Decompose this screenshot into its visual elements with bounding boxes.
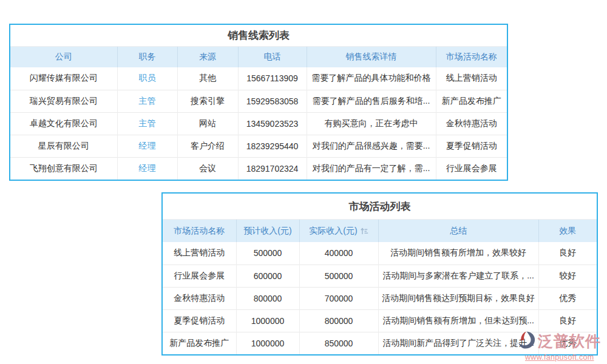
cell-summary: 活动期间销售额达到预期目标，效果良好 xyxy=(378,287,538,309)
cell-position-link[interactable]: 经理 xyxy=(117,157,177,180)
table-row: 夏季促销活动 1000000 800000 活动期间销售额有所增加，但未达到预.… xyxy=(163,309,597,332)
sales-leads-title: 销售线索列表 xyxy=(10,25,507,47)
table-row: 卓越文化有限公司 主管 网站 13459023523 有购买意向，正在考虑中 金… xyxy=(10,112,507,135)
cell-actual-income: 800000 xyxy=(299,309,378,332)
cell-expected-income: 600000 xyxy=(236,265,299,287)
table-row: 飞翔创意有限公司 经理 会议 18291702324 对我们的产品有一定了解，需… xyxy=(10,157,507,180)
cell-campaign-name: 线上营销活动 xyxy=(163,242,236,265)
cell-phone: 15929583058 xyxy=(238,90,307,112)
column-header-company: 公司 xyxy=(10,47,117,67)
cell-effect: 较好 xyxy=(538,265,597,287)
header-row: 公司 职务 来源 电话 销售线索详情 市场活动名称 xyxy=(10,47,507,67)
campaigns-table: 市场活动名称 预计收入(元) 实际收入(元) 总结 效果 线上营销活动 5000… xyxy=(163,220,597,354)
cell-effect: 优秀 xyxy=(538,287,597,309)
cell-company: 飞翔创意有限公司 xyxy=(10,157,117,180)
cell-detail: 对我们的产品有一定了解，需... xyxy=(307,157,436,180)
column-header-campaign: 市场活动名称 xyxy=(436,47,507,67)
cell-campaign-name: 金秋特惠活动 xyxy=(163,287,236,309)
sales-leads-table: 公司 职务 来源 电话 销售线索详情 市场活动名称 闪耀传媒有限公司 职员 其他… xyxy=(10,47,507,180)
cell-position-link[interactable]: 主管 xyxy=(117,90,177,112)
table-row: 闪耀传媒有限公司 职员 其他 15667113909 需要了解产品的具体功能和价… xyxy=(10,67,507,90)
sort-ascending-icon xyxy=(361,227,368,237)
cell-summary: 活动期间销售额有所增加，效果较好 xyxy=(378,242,538,265)
cell-campaign-name: 新产品发布推广 xyxy=(163,332,236,354)
cell-position-link[interactable]: 职员 xyxy=(117,67,177,90)
table-row: 新产品发布推广 1000000 850000 活动期间新产品得到了广泛关注，提升… xyxy=(163,332,597,354)
cell-position-link[interactable]: 经理 xyxy=(117,135,177,157)
cell-company: 星辰有限公司 xyxy=(10,135,117,157)
cell-source: 搜索引擎 xyxy=(177,90,238,112)
cell-phone: 13459023523 xyxy=(238,112,307,135)
cell-source: 会议 xyxy=(177,157,238,180)
column-header-detail: 销售线索详情 xyxy=(307,47,436,67)
header-row: 市场活动名称 预计收入(元) 实际收入(元) 总结 效果 xyxy=(163,220,597,242)
cell-source: 其他 xyxy=(177,67,238,90)
column-header-phone: 电话 xyxy=(238,47,307,67)
cell-campaign: 线上营销活动 xyxy=(436,67,507,90)
cell-expected-income: 1000000 xyxy=(236,332,299,354)
cell-actual-income: 850000 xyxy=(299,332,378,354)
column-header-campaign-name: 市场活动名称 xyxy=(163,220,236,242)
cell-phone: 18291702324 xyxy=(238,157,307,180)
cell-detail: 有购买意向，正在考虑中 xyxy=(307,112,436,135)
cell-position-link[interactable]: 主管 xyxy=(117,112,177,135)
cell-actual-income: 500000 xyxy=(299,265,378,287)
table-row: 行业展会参展 600000 500000 活动期间与多家潜在客户建立了联系，..… xyxy=(163,265,597,287)
cell-effect: 优秀 xyxy=(538,332,597,354)
cell-expected-income: 1000000 xyxy=(236,309,299,332)
cell-source: 网站 xyxy=(177,112,238,135)
cell-effect: 良好 xyxy=(538,309,597,332)
cell-campaign: 金秋特惠活动 xyxy=(436,112,507,135)
campaigns-title: 市场活动列表 xyxy=(163,194,597,220)
cell-company: 瑞兴贸易有限公司 xyxy=(10,90,117,112)
column-header-position: 职务 xyxy=(117,47,177,67)
cell-expected-income: 800000 xyxy=(236,287,299,309)
cell-summary: 活动期间与多家潜在客户建立了联系，... xyxy=(378,265,538,287)
cell-phone: 15667113909 xyxy=(238,67,307,90)
cell-actual-income: 400000 xyxy=(299,242,378,265)
column-header-expected-income: 预计收入(元) xyxy=(236,220,299,242)
column-header-actual-income[interactable]: 实际收入(元) xyxy=(299,220,378,242)
column-header-source: 来源 xyxy=(177,47,238,67)
cell-campaign: 行业展会参展 xyxy=(436,157,507,180)
table-row: 星辰有限公司 经理 客户介绍 18239295440 对我们的产品很感兴趣，需要… xyxy=(10,135,507,157)
table-row: 瑞兴贸易有限公司 主管 搜索引擎 15929583058 需要了解产品的售后服务… xyxy=(10,90,507,112)
cell-company: 闪耀传媒有限公司 xyxy=(10,67,117,90)
cell-company: 卓越文化有限公司 xyxy=(10,112,117,135)
cell-summary: 活动期间新产品得到了广泛关注，提升... xyxy=(378,332,538,354)
cell-detail: 需要了解产品的具体功能和价格 xyxy=(307,67,436,90)
campaigns-panel: 市场活动列表 市场活动名称 预计收入(元) 实际收入(元) 总结 效果 xyxy=(161,192,598,356)
column-header-actual-income-label: 实际收入(元) xyxy=(309,226,357,235)
cell-campaign-name: 夏季促销活动 xyxy=(163,309,236,332)
table-row: 金秋特惠活动 800000 700000 活动期间销售额达到预期目标，效果良好 … xyxy=(163,287,597,309)
cell-actual-income: 700000 xyxy=(299,287,378,309)
table-row: 线上营销活动 500000 400000 活动期间销售额有所增加，效果较好 良好 xyxy=(163,242,597,265)
sales-leads-panel: 销售线索列表 公司 职务 来源 电话 销售线索详情 市场活动名称 闪耀传媒有限公… xyxy=(9,24,508,181)
cell-campaign-name: 行业展会参展 xyxy=(163,265,236,287)
cell-detail: 需要了解产品的售后服务和培... xyxy=(307,90,436,112)
cell-campaign: 夏季促销活动 xyxy=(436,135,507,157)
cell-summary: 活动期间销售额有所增加，但未达到预... xyxy=(378,309,538,332)
cell-expected-income: 500000 xyxy=(236,242,299,265)
cell-detail: 对我们的产品很感兴趣，需要... xyxy=(307,135,436,157)
cell-campaign: 新产品发布推广 xyxy=(436,90,507,112)
column-header-effect: 效果 xyxy=(538,220,597,242)
cell-effect: 良好 xyxy=(538,242,597,265)
cell-phone: 18239295440 xyxy=(238,135,307,157)
column-header-summary: 总结 xyxy=(378,220,538,242)
cell-source: 客户介绍 xyxy=(177,135,238,157)
